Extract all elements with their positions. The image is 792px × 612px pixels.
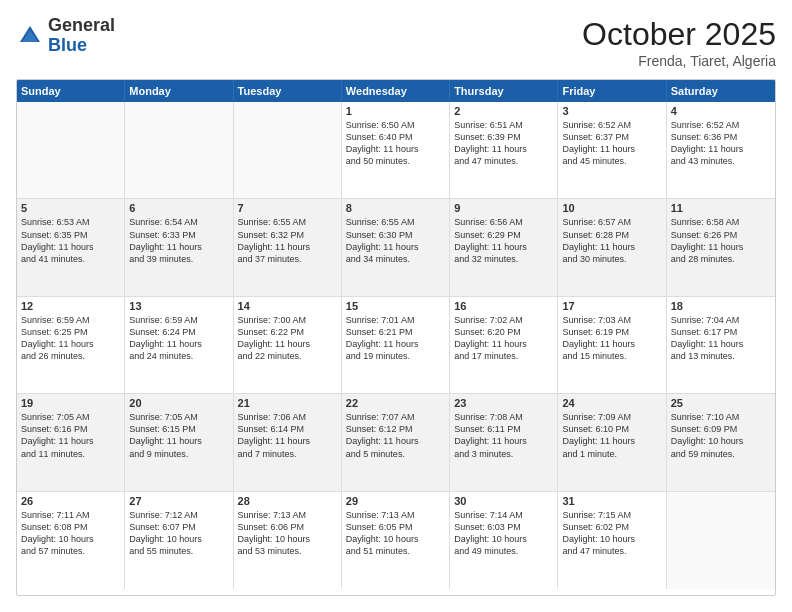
day-number: 4 — [671, 105, 771, 117]
day-number: 30 — [454, 495, 553, 507]
day-number: 10 — [562, 202, 661, 214]
day-info: Sunrise: 6:52 AM Sunset: 6:37 PM Dayligh… — [562, 119, 661, 168]
calendar-cell: 26Sunrise: 7:11 AM Sunset: 6:08 PM Dayli… — [17, 492, 125, 589]
calendar-row: 26Sunrise: 7:11 AM Sunset: 6:08 PM Dayli… — [17, 492, 775, 589]
day-number: 3 — [562, 105, 661, 117]
weekday-header: Sunday — [17, 80, 125, 102]
day-number: 19 — [21, 397, 120, 409]
calendar-cell: 7Sunrise: 6:55 AM Sunset: 6:32 PM Daylig… — [234, 199, 342, 295]
weekday-header: Wednesday — [342, 80, 450, 102]
weekday-header: Monday — [125, 80, 233, 102]
day-info: Sunrise: 7:01 AM Sunset: 6:21 PM Dayligh… — [346, 314, 445, 363]
day-number: 7 — [238, 202, 337, 214]
day-number: 16 — [454, 300, 553, 312]
title-section: October 2025 Frenda, Tiaret, Algeria — [582, 16, 776, 69]
day-info: Sunrise: 7:02 AM Sunset: 6:20 PM Dayligh… — [454, 314, 553, 363]
day-info: Sunrise: 6:59 AM Sunset: 6:25 PM Dayligh… — [21, 314, 120, 363]
day-number: 25 — [671, 397, 771, 409]
weekday-header: Friday — [558, 80, 666, 102]
calendar-body: 1Sunrise: 6:50 AM Sunset: 6:40 PM Daylig… — [17, 102, 775, 589]
logo-general: General — [48, 16, 115, 36]
day-number: 6 — [129, 202, 228, 214]
day-info: Sunrise: 7:06 AM Sunset: 6:14 PM Dayligh… — [238, 411, 337, 460]
calendar-cell: 15Sunrise: 7:01 AM Sunset: 6:21 PM Dayli… — [342, 297, 450, 393]
day-number: 20 — [129, 397, 228, 409]
calendar-row: 1Sunrise: 6:50 AM Sunset: 6:40 PM Daylig… — [17, 102, 775, 199]
day-info: Sunrise: 7:04 AM Sunset: 6:17 PM Dayligh… — [671, 314, 771, 363]
day-number: 15 — [346, 300, 445, 312]
day-info: Sunrise: 6:58 AM Sunset: 6:26 PM Dayligh… — [671, 216, 771, 265]
calendar-cell: 25Sunrise: 7:10 AM Sunset: 6:09 PM Dayli… — [667, 394, 775, 490]
weekday-header: Tuesday — [234, 80, 342, 102]
calendar-cell: 24Sunrise: 7:09 AM Sunset: 6:10 PM Dayli… — [558, 394, 666, 490]
calendar-row: 19Sunrise: 7:05 AM Sunset: 6:16 PM Dayli… — [17, 394, 775, 491]
day-info: Sunrise: 7:07 AM Sunset: 6:12 PM Dayligh… — [346, 411, 445, 460]
calendar-cell: 3Sunrise: 6:52 AM Sunset: 6:37 PM Daylig… — [558, 102, 666, 198]
calendar-cell — [667, 492, 775, 589]
calendar-cell: 12Sunrise: 6:59 AM Sunset: 6:25 PM Dayli… — [17, 297, 125, 393]
day-info: Sunrise: 6:59 AM Sunset: 6:24 PM Dayligh… — [129, 314, 228, 363]
calendar-cell: 20Sunrise: 7:05 AM Sunset: 6:15 PM Dayli… — [125, 394, 233, 490]
calendar-cell — [17, 102, 125, 198]
day-info: Sunrise: 7:08 AM Sunset: 6:11 PM Dayligh… — [454, 411, 553, 460]
day-number: 12 — [21, 300, 120, 312]
day-info: Sunrise: 7:11 AM Sunset: 6:08 PM Dayligh… — [21, 509, 120, 558]
day-info: Sunrise: 7:05 AM Sunset: 6:15 PM Dayligh… — [129, 411, 228, 460]
day-number: 2 — [454, 105, 553, 117]
weekday-header: Thursday — [450, 80, 558, 102]
calendar-cell: 17Sunrise: 7:03 AM Sunset: 6:19 PM Dayli… — [558, 297, 666, 393]
day-number: 27 — [129, 495, 228, 507]
month-title: October 2025 — [582, 16, 776, 53]
calendar-cell: 9Sunrise: 6:56 AM Sunset: 6:29 PM Daylig… — [450, 199, 558, 295]
day-info: Sunrise: 6:55 AM Sunset: 6:32 PM Dayligh… — [238, 216, 337, 265]
calendar-cell — [125, 102, 233, 198]
day-info: Sunrise: 7:05 AM Sunset: 6:16 PM Dayligh… — [21, 411, 120, 460]
day-number: 28 — [238, 495, 337, 507]
day-number: 22 — [346, 397, 445, 409]
logo: General Blue — [16, 16, 115, 56]
page: General Blue October 2025 Frenda, Tiaret… — [0, 0, 792, 612]
day-info: Sunrise: 7:00 AM Sunset: 6:22 PM Dayligh… — [238, 314, 337, 363]
calendar-cell: 5Sunrise: 6:53 AM Sunset: 6:35 PM Daylig… — [17, 199, 125, 295]
day-number: 18 — [671, 300, 771, 312]
calendar-cell: 8Sunrise: 6:55 AM Sunset: 6:30 PM Daylig… — [342, 199, 450, 295]
calendar-cell: 18Sunrise: 7:04 AM Sunset: 6:17 PM Dayli… — [667, 297, 775, 393]
calendar-cell: 27Sunrise: 7:12 AM Sunset: 6:07 PM Dayli… — [125, 492, 233, 589]
day-number: 21 — [238, 397, 337, 409]
calendar-cell: 11Sunrise: 6:58 AM Sunset: 6:26 PM Dayli… — [667, 199, 775, 295]
day-info: Sunrise: 7:12 AM Sunset: 6:07 PM Dayligh… — [129, 509, 228, 558]
day-number: 8 — [346, 202, 445, 214]
day-info: Sunrise: 7:14 AM Sunset: 6:03 PM Dayligh… — [454, 509, 553, 558]
day-number: 11 — [671, 202, 771, 214]
day-info: Sunrise: 6:52 AM Sunset: 6:36 PM Dayligh… — [671, 119, 771, 168]
day-number: 29 — [346, 495, 445, 507]
calendar-row: 12Sunrise: 6:59 AM Sunset: 6:25 PM Dayli… — [17, 297, 775, 394]
day-number: 1 — [346, 105, 445, 117]
weekday-header: Saturday — [667, 80, 775, 102]
calendar: SundayMondayTuesdayWednesdayThursdayFrid… — [16, 79, 776, 596]
calendar-cell: 1Sunrise: 6:50 AM Sunset: 6:40 PM Daylig… — [342, 102, 450, 198]
day-number: 17 — [562, 300, 661, 312]
day-info: Sunrise: 7:15 AM Sunset: 6:02 PM Dayligh… — [562, 509, 661, 558]
calendar-cell: 29Sunrise: 7:13 AM Sunset: 6:05 PM Dayli… — [342, 492, 450, 589]
day-info: Sunrise: 7:03 AM Sunset: 6:19 PM Dayligh… — [562, 314, 661, 363]
calendar-cell: 6Sunrise: 6:54 AM Sunset: 6:33 PM Daylig… — [125, 199, 233, 295]
day-info: Sunrise: 6:56 AM Sunset: 6:29 PM Dayligh… — [454, 216, 553, 265]
logo-text: General Blue — [48, 16, 115, 56]
day-info: Sunrise: 7:13 AM Sunset: 6:05 PM Dayligh… — [346, 509, 445, 558]
calendar-cell: 31Sunrise: 7:15 AM Sunset: 6:02 PM Dayli… — [558, 492, 666, 589]
day-info: Sunrise: 6:51 AM Sunset: 6:39 PM Dayligh… — [454, 119, 553, 168]
day-info: Sunrise: 6:55 AM Sunset: 6:30 PM Dayligh… — [346, 216, 445, 265]
day-number: 5 — [21, 202, 120, 214]
day-info: Sunrise: 7:09 AM Sunset: 6:10 PM Dayligh… — [562, 411, 661, 460]
calendar-row: 5Sunrise: 6:53 AM Sunset: 6:35 PM Daylig… — [17, 199, 775, 296]
day-number: 26 — [21, 495, 120, 507]
calendar-cell: 23Sunrise: 7:08 AM Sunset: 6:11 PM Dayli… — [450, 394, 558, 490]
day-info: Sunrise: 6:57 AM Sunset: 6:28 PM Dayligh… — [562, 216, 661, 265]
day-number: 14 — [238, 300, 337, 312]
calendar-cell: 22Sunrise: 7:07 AM Sunset: 6:12 PM Dayli… — [342, 394, 450, 490]
header: General Blue October 2025 Frenda, Tiaret… — [16, 16, 776, 69]
calendar-cell — [234, 102, 342, 198]
logo-icon — [16, 22, 44, 50]
calendar-cell: 10Sunrise: 6:57 AM Sunset: 6:28 PM Dayli… — [558, 199, 666, 295]
